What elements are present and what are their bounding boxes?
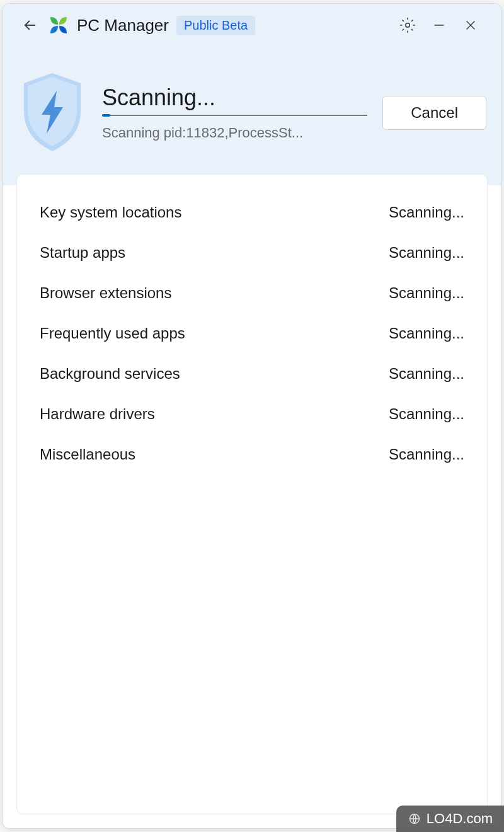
scan-item-status: Scanning...	[389, 325, 464, 342]
scan-item-status: Scanning...	[389, 446, 464, 463]
scan-list: Key system locations Scanning... Startup…	[16, 174, 488, 814]
progress-bar	[102, 115, 367, 116]
progress-fill	[102, 114, 110, 117]
watermark: LO4D.com	[396, 806, 504, 832]
list-item: Frequently used apps Scanning...	[40, 313, 464, 354]
titlebar: PC Manager Public Beta	[3, 4, 501, 47]
arrow-left-icon	[21, 16, 39, 34]
list-item: Startup apps Scanning...	[40, 233, 464, 273]
close-icon	[464, 18, 478, 32]
scan-item-label: Startup apps	[40, 244, 125, 262]
cancel-button[interactable]: Cancel	[382, 96, 486, 130]
list-item: Miscellaneous Scanning...	[40, 434, 464, 475]
settings-button[interactable]	[392, 13, 423, 38]
list-item: Background services Scanning...	[40, 354, 464, 394]
app-logo-icon	[48, 14, 69, 36]
scan-info: Scanning... Scanning pid:11832,ProcessSt…	[102, 84, 367, 141]
scan-item-status: Scanning...	[389, 284, 464, 302]
scan-item-label: Background services	[40, 365, 180, 383]
beta-badge: Public Beta	[176, 16, 255, 35]
close-button[interactable]	[455, 13, 486, 38]
globe-icon	[408, 812, 421, 826]
list-item: Browser extensions Scanning...	[40, 273, 464, 313]
scan-item-label: Hardware drivers	[40, 405, 155, 423]
minimize-button[interactable]	[423, 13, 455, 38]
scan-title: Scanning...	[102, 84, 367, 111]
scan-item-label: Miscellaneous	[40, 446, 135, 463]
scan-item-status: Scanning...	[389, 365, 464, 383]
scan-item-label: Key system locations	[40, 204, 181, 221]
scan-item-status: Scanning...	[389, 244, 464, 262]
scan-item-label: Browser extensions	[40, 284, 171, 302]
list-item: Hardware drivers Scanning...	[40, 394, 464, 434]
watermark-text: LO4D.com	[427, 811, 493, 827]
scan-item-label: Frequently used apps	[40, 325, 185, 342]
list-item: Key system locations Scanning...	[40, 192, 464, 233]
scan-item-status: Scanning...	[389, 405, 464, 423]
scan-item-status: Scanning...	[389, 204, 464, 221]
app-window: PC Manager Public Beta	[2, 3, 502, 829]
app-title: PC Manager	[77, 16, 169, 35]
gear-icon	[399, 17, 416, 33]
back-button[interactable]	[18, 13, 43, 38]
minimize-icon	[432, 18, 446, 32]
svg-point-0	[406, 23, 410, 28]
scan-detail: Scanning pid:11832,ProcessSt...	[102, 125, 367, 141]
shield-bolt-icon	[18, 72, 87, 154]
scan-header: Scanning... Scanning pid:11832,ProcessSt…	[3, 47, 501, 185]
